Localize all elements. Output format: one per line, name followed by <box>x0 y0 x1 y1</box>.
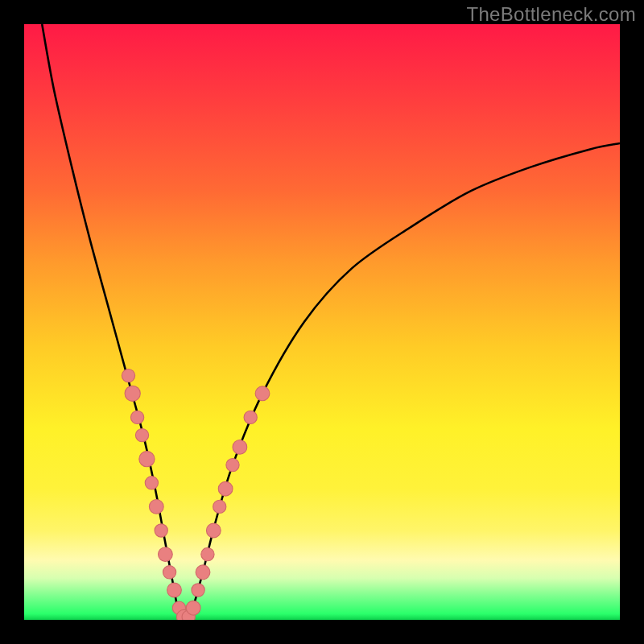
bottleneck-curve-path <box>42 24 620 620</box>
curve-marker <box>233 440 247 455</box>
curve-marker <box>218 481 233 496</box>
curve-marker <box>186 601 200 615</box>
curve-marker <box>135 428 148 441</box>
curve-marker <box>213 500 226 513</box>
curve-marker <box>155 524 167 537</box>
curve-marker <box>255 386 270 401</box>
curve-marker <box>163 566 175 579</box>
curve-marker <box>125 386 140 401</box>
chart-frame: TheBottleneck.com <box>0 0 644 644</box>
watermark-text: TheBottleneck.com <box>466 3 636 26</box>
curve-marker <box>159 547 173 562</box>
curve-marker <box>145 477 158 489</box>
curve-svg <box>24 24 620 620</box>
curve-marker <box>244 411 257 423</box>
curve-marker <box>196 565 210 580</box>
plot-area <box>24 24 620 620</box>
curve-marker <box>226 458 239 471</box>
curve-marker <box>122 369 134 382</box>
curve-marker <box>201 547 214 560</box>
curve-marker <box>167 583 182 597</box>
curve-marker <box>192 584 204 597</box>
curve-marker <box>139 452 155 467</box>
curve-marker <box>206 523 221 538</box>
curve-marker <box>149 500 163 514</box>
curve-markers <box>122 369 270 620</box>
curve-marker <box>130 411 143 423</box>
